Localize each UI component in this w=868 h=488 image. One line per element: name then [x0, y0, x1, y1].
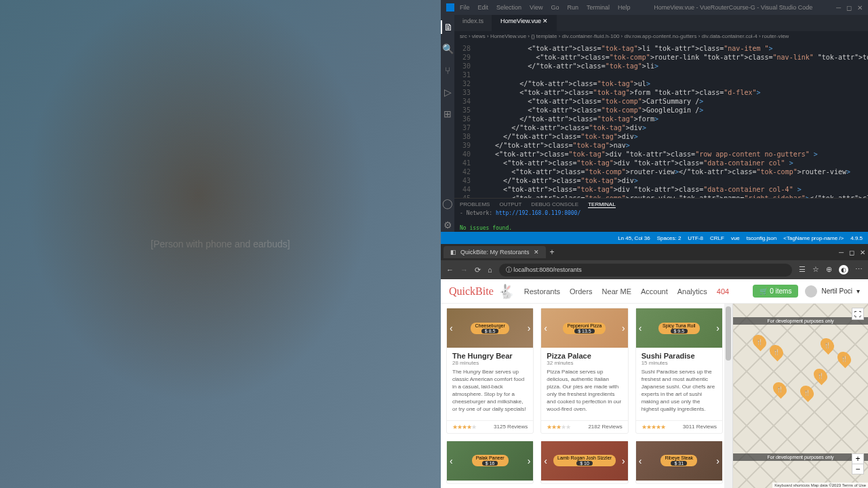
code-editor[interactable]: 28 <"tok-attr">class="tok-tag">li "tok-a… [454, 41, 868, 198]
status-item[interactable]: <TagName prop-name /> [783, 235, 844, 241]
nav-near-me[interactable]: Near ME [602, 287, 631, 296]
restaurant-card[interactable]: ‹Pepperoni Pizza$ 13.5›Pizza Palace32 mi… [540, 308, 628, 434]
breadcrumb[interactable]: src › views › HomeView.vue › {} template… [454, 31, 868, 41]
settings-icon[interactable]: ⚙ [441, 218, 454, 232]
tab-index-ts[interactable]: index.ts [454, 15, 492, 31]
close-icon[interactable]: ✕ [857, 4, 863, 12]
scrollbar[interactable] [724, 304, 732, 488]
dish-badge: Pepperoni Pizza$ 13.5 [563, 323, 606, 334]
restaurant-grid: ‹Cheeseburger$ 8.5›The Hungry Bear28 min… [441, 304, 724, 488]
home-icon[interactable]: ⌂ [488, 266, 492, 274]
refresh-icon[interactable]: ⟳ [475, 266, 481, 274]
menu-icon[interactable]: ⋯ [855, 265, 863, 274]
prev-image-icon[interactable]: ‹ [639, 323, 642, 333]
menu-file[interactable]: File [460, 4, 470, 11]
maximize-icon[interactable]: ◻ [846, 4, 852, 12]
terminal-tab-output[interactable]: OUTPUT [499, 201, 521, 208]
debug-icon[interactable]: ▷ [441, 85, 454, 99]
url-input[interactable]: ⓘ localhost:8080/restorants [499, 264, 792, 277]
nav-404[interactable]: 404 [717, 287, 729, 296]
status-item[interactable]: 4.9.5 [850, 235, 863, 241]
minimize-icon[interactable]: ─ [836, 4, 841, 12]
browser-tab[interactable]: ◧ QuickBite: My Restorants ✕ [443, 246, 546, 258]
search-icon[interactable]: 🔍 [441, 42, 454, 56]
terminal-tab-terminal[interactable]: TERMINAL [588, 201, 615, 208]
feed-icon[interactable]: ☰ [799, 265, 806, 274]
restaurant-card[interactable]: ‹Ribeye Steak$ 31› [635, 441, 723, 485]
tab-favicon: ◧ [450, 249, 456, 256]
browser-maximize-icon[interactable]: ◻ [849, 249, 854, 256]
nav-orders[interactable]: Orders [570, 287, 593, 296]
map-panel[interactable]: For development purposes only For develo… [732, 304, 868, 488]
course-hero-photo: [Person with phone and earbuds] [0, 0, 441, 488]
profile-icon[interactable]: ◐ [839, 265, 848, 274]
restaurant-card[interactable]: ‹Palak Paneer$ 16› [446, 441, 534, 485]
nav-restorants[interactable]: Restorants [524, 287, 560, 296]
dish-badge: Cheeseburger$ 8.5 [471, 323, 509, 334]
menu-edit[interactable]: Edit [478, 4, 489, 11]
next-image-icon[interactable]: › [528, 323, 531, 333]
status-item[interactable]: Spaces: 2 [657, 235, 682, 241]
status-item[interactable]: vue [731, 235, 740, 241]
source-control-icon[interactable]: ⑂ [441, 64, 454, 77]
menu-run[interactable]: Run [567, 4, 578, 11]
editor-tabs: index.tsHomeView.vue ✕ [454, 15, 868, 31]
zoom-in-button[interactable]: + [852, 454, 863, 464]
app-logo[interactable]: QuickBite [449, 285, 494, 298]
star-icon[interactable]: ☆ [812, 265, 819, 274]
vscode-window: FileEditSelectionViewGoRunTerminalHelp H… [441, 0, 868, 244]
tab-close-icon[interactable]: ✕ [534, 249, 539, 256]
nav-account[interactable]: Account [641, 287, 668, 296]
next-image-icon[interactable]: › [716, 455, 719, 466]
account-icon[interactable]: ◯ [441, 197, 454, 210]
prev-image-icon[interactable]: ‹ [639, 455, 642, 466]
restaurant-card[interactable]: ‹Spicy Tuna Roll$ 9.5›Sushi Paradise15 m… [635, 308, 723, 434]
back-icon[interactable]: ← [446, 266, 454, 274]
status-item[interactable]: CRLF [710, 235, 724, 241]
prev-image-icon[interactable]: ‹ [450, 323, 453, 333]
collections-icon[interactable]: ⊕ [826, 265, 832, 274]
status-bar: Ln 45, Col 36Spaces: 2UTF-8CRLFvuetsconf… [441, 232, 868, 244]
menu-selection[interactable]: Selection [496, 4, 521, 11]
dish-badge: Ribeye Steak$ 31 [660, 455, 697, 466]
menu-go[interactable]: Go [551, 4, 559, 11]
browser-window: ◧ QuickBite: My Restorants ✕ + ─ ◻ ✕ ← →… [441, 244, 868, 488]
tab-homeview-vue[interactable]: HomeView.vue ✕ [492, 15, 557, 31]
menu-help[interactable]: Help [618, 4, 631, 11]
next-image-icon[interactable]: › [716, 323, 719, 333]
forward-icon[interactable]: → [460, 266, 468, 274]
next-image-icon[interactable]: › [622, 455, 625, 466]
status-item[interactable]: Ln 45, Col 36 [618, 235, 650, 241]
next-image-icon[interactable]: › [528, 455, 531, 466]
map-fullscreen-icon[interactable]: ⛶ [852, 308, 864, 320]
address-bar: ← → ⟳ ⌂ ⓘ localhost:8080/restorants ☰ ☆ … [441, 260, 868, 279]
restaurant-card[interactable]: ‹Lamb Rogan Josh Sizzler$ 10› [540, 441, 628, 485]
prev-image-icon[interactable]: ‹ [450, 455, 453, 466]
terminal-tab-problems[interactable]: PROBLEMS [460, 201, 490, 208]
terminal-panel: PROBLEMSOUTPUTDEBUG CONSOLETERMINAL⊞ nod… [454, 198, 868, 232]
explorer-icon[interactable]: 🗎 [441, 20, 454, 34]
map-zoom-controls: + − [852, 453, 864, 474]
new-tab-icon[interactable]: + [550, 247, 555, 257]
extensions-icon[interactable]: ⊞ [441, 107, 454, 121]
terminal-tab-debug-console[interactable]: DEBUG CONSOLE [531, 201, 578, 208]
status-item[interactable]: tsconfig.json [747, 235, 776, 241]
user-menu[interactable]: Nertil Poci ▾ [805, 285, 860, 298]
menu-view[interactable]: View [530, 4, 542, 11]
browser-close-icon[interactable]: ✕ [860, 249, 865, 256]
next-image-icon[interactable]: › [622, 323, 625, 333]
map-dev-overlay: For development purposes only [733, 453, 868, 461]
avatar [805, 285, 817, 298]
zoom-out-button[interactable]: − [852, 464, 863, 474]
restaurant-card[interactable]: ‹Cheeseburger$ 8.5›The Hungry Bear28 min… [446, 308, 534, 434]
vscode-titlebar: FileEditSelectionViewGoRunTerminalHelp H… [441, 0, 868, 15]
nav-analytics[interactable]: Analytics [677, 287, 707, 296]
menu-terminal[interactable]: Terminal [587, 4, 610, 11]
photo-placeholder: [Person with phone and earbuds] [151, 239, 290, 249]
cart-button[interactable]: 🛒 0 items [753, 285, 798, 298]
prev-image-icon[interactable]: ‹ [544, 323, 547, 333]
browser-minimize-icon[interactable]: ─ [839, 249, 844, 256]
map-dev-overlay: For development purposes only [733, 317, 868, 325]
status-item[interactable]: UTF-8 [688, 235, 703, 241]
prev-image-icon[interactable]: ‹ [544, 455, 547, 466]
